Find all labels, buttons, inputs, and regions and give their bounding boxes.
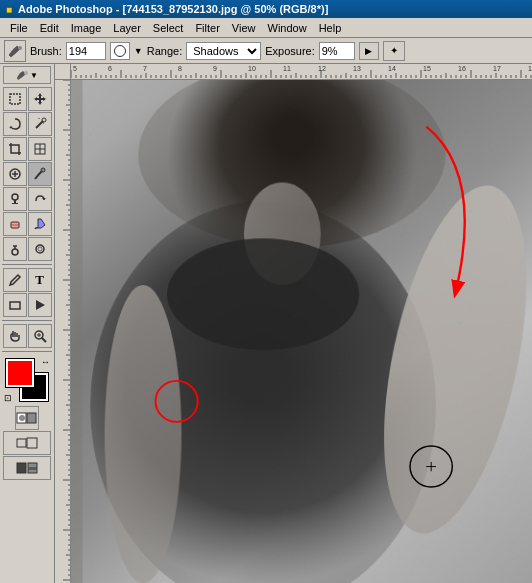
default-colors-icon[interactable]: ⊡ xyxy=(4,393,12,403)
svg-rect-35 xyxy=(17,439,26,447)
tool-shape[interactable] xyxy=(3,293,27,317)
svg-marker-3 xyxy=(34,93,46,105)
brush-tool-preset[interactable] xyxy=(4,40,26,62)
ruler-corner xyxy=(55,64,71,80)
tool-row-shape xyxy=(3,293,52,317)
menu-file[interactable]: File xyxy=(4,20,34,36)
tool-extras[interactable] xyxy=(3,456,51,480)
ruler-top xyxy=(71,64,532,80)
svg-rect-26 xyxy=(10,302,20,309)
brush-preview[interactable] xyxy=(110,42,130,60)
svg-marker-18 xyxy=(42,198,46,200)
exposure-input[interactable] xyxy=(319,42,355,60)
title-bar: ■ Adobe Photoshop - [744153_87952130.jpg… xyxy=(0,0,532,18)
tool-row-nav xyxy=(3,324,52,348)
tool-row-extra2 xyxy=(3,431,51,455)
menu-filter[interactable]: Filter xyxy=(189,20,225,36)
svg-marker-27 xyxy=(36,300,45,310)
fg-color-swatch[interactable] xyxy=(6,359,34,387)
menu-edit[interactable]: Edit xyxy=(34,20,65,36)
airbrush-toggle[interactable]: ✦ xyxy=(383,41,405,61)
svg-point-5 xyxy=(42,118,46,122)
tool-separator-3 xyxy=(2,351,52,352)
tool-separator-1 xyxy=(2,264,52,265)
tool-row-5 xyxy=(3,187,52,211)
tool-marquee-rect[interactable] xyxy=(3,87,27,111)
tool-magic-wand[interactable] xyxy=(28,112,52,136)
svg-rect-39 xyxy=(28,469,37,473)
tool-row-3 xyxy=(3,137,52,161)
menu-view[interactable]: View xyxy=(226,20,262,36)
tool-row-7 xyxy=(3,237,52,261)
tool-move[interactable] xyxy=(28,87,52,111)
adobe-ps-icon: ■ xyxy=(6,4,12,15)
tool-row-4 xyxy=(3,162,52,186)
svg-point-21 xyxy=(12,249,18,255)
tool-lasso[interactable] xyxy=(3,112,27,136)
canvas-area[interactable] xyxy=(55,64,532,583)
tool-fill[interactable] xyxy=(28,212,52,236)
range-dropdown[interactable]: Shadows Midtones Highlights xyxy=(186,42,261,60)
svg-point-25 xyxy=(38,247,42,251)
tool-hand[interactable] xyxy=(3,324,27,348)
svg-rect-33 xyxy=(27,413,36,423)
svg-point-1 xyxy=(24,71,28,75)
svg-point-24 xyxy=(36,245,44,253)
menu-help[interactable]: Help xyxy=(313,20,348,36)
color-boxes: ↔ ⊡ xyxy=(6,359,48,401)
menu-bar: File Edit Image Layer Select Filter View… xyxy=(0,18,532,38)
tool-row-1 xyxy=(3,87,52,111)
tool-text[interactable]: T xyxy=(28,268,52,292)
tool-blur[interactable] xyxy=(28,237,52,261)
tool-screen-mode[interactable] xyxy=(3,431,51,455)
tool-quick-mask[interactable] xyxy=(15,406,39,430)
menu-image[interactable]: Image xyxy=(65,20,108,36)
tool-row-extra3 xyxy=(3,456,51,480)
tool-path-select[interactable] xyxy=(28,293,52,317)
range-label: Range: xyxy=(147,45,182,57)
exposure-label: Exposure: xyxy=(265,45,315,57)
tool-stamp[interactable] xyxy=(3,187,27,211)
brush-dropdown-arrow[interactable]: ▼ xyxy=(134,46,143,56)
tool-row-extra1 xyxy=(15,406,39,430)
svg-rect-17 xyxy=(12,203,18,204)
tool-slice[interactable] xyxy=(28,137,52,161)
airbrush-icon: ✦ xyxy=(390,45,398,56)
tool-zoom[interactable] xyxy=(28,324,52,348)
exposure-slider[interactable]: ▶ xyxy=(359,42,379,60)
svg-point-34 xyxy=(19,415,25,421)
svg-point-15 xyxy=(12,194,18,200)
tool-healing[interactable] xyxy=(3,162,27,186)
brush-size-input[interactable] xyxy=(66,42,106,60)
tool-crop[interactable] xyxy=(3,137,27,161)
tool-brush[interactable] xyxy=(28,162,52,186)
toolbox: ▼ xyxy=(0,64,55,583)
svg-point-0 xyxy=(18,46,22,50)
menu-layer[interactable]: Layer xyxy=(107,20,147,36)
svg-rect-2 xyxy=(10,94,20,104)
svg-line-4 xyxy=(36,121,43,128)
options-bar: Brush: ▼ Range: Shadows Midtones Highlig… xyxy=(0,38,532,64)
menu-window[interactable]: Window xyxy=(262,20,313,36)
svg-rect-38 xyxy=(28,463,37,468)
tool-history-brush[interactable] xyxy=(28,187,52,211)
brush-label: Brush: xyxy=(30,45,62,57)
tool-dodge[interactable] xyxy=(3,237,27,261)
main-layout: ▼ xyxy=(0,64,532,583)
svg-line-29 xyxy=(42,338,46,342)
svg-rect-37 xyxy=(17,463,26,473)
ruler-left xyxy=(55,80,71,583)
tool-pen[interactable] xyxy=(3,268,27,292)
svg-point-14 xyxy=(41,168,45,172)
tool-eraser[interactable] xyxy=(3,212,27,236)
menu-select[interactable]: Select xyxy=(147,20,190,36)
tool-row-2 xyxy=(3,112,52,136)
image-canvas[interactable] xyxy=(71,80,532,583)
tool-row-6 xyxy=(3,212,52,236)
svg-rect-36 xyxy=(27,438,37,448)
title-text: Adobe Photoshop - [744153_87952130.jpg @… xyxy=(18,3,328,15)
tool-row-pen: T xyxy=(3,268,52,292)
tool-preset-picker[interactable]: ▼ xyxy=(3,66,51,84)
switch-colors-icon[interactable]: ↔ xyxy=(41,357,50,367)
tool-separator-2 xyxy=(2,320,52,321)
